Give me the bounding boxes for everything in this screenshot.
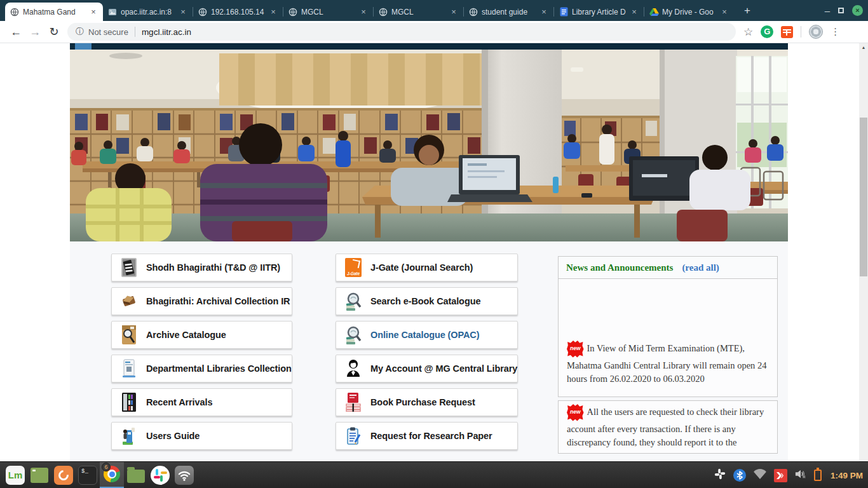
- tab-mgcl-home[interactable]: Mahatma Gand ×: [5, 3, 103, 21]
- globe-icon: [10, 7, 20, 17]
- new-badge: new: [567, 341, 584, 358]
- page-scrollbar[interactable]: ▲: [859, 43, 868, 461]
- network-tool-launcher[interactable]: [172, 462, 196, 488]
- firefox-icon: [54, 466, 73, 485]
- scrollbar-thumb[interactable]: [860, 118, 867, 276]
- firefox-launcher[interactable]: [51, 462, 76, 488]
- user-account-icon: [345, 358, 362, 379]
- link-my-account[interactable]: My Account @ MG Central Library: [336, 355, 518, 383]
- tab-student-guide[interactable]: student guide ×: [464, 3, 553, 21]
- browser-tab-strip: Mahatma Gand × opac.iitr.ac.in:8 × 192.1…: [0, 0, 868, 21]
- volume-muted-icon[interactable]: [794, 468, 807, 482]
- link-users-guide[interactable]: Users Guide: [111, 422, 292, 450]
- forward-button[interactable]: →: [25, 25, 44, 39]
- security-label: Not secure: [88, 27, 128, 37]
- link-recent-arrivals[interactable]: Recent Arrivals: [111, 388, 292, 416]
- quick-link-label: Search e-Book Catalogue: [370, 296, 480, 306]
- news-item-text: In View of Mid Term Examination (MTE), M…: [567, 343, 766, 384]
- show-desktop-icon: [31, 468, 48, 483]
- taskbar-clock[interactable]: 1:49 PM: [831, 471, 863, 480]
- tab-my-drive[interactable]: My Drive - Goo ×: [644, 3, 734, 21]
- site-nav-active-item[interactable]: [75, 43, 92, 50]
- link-jgate[interactable]: J-Gate J-Gate (Journal Search): [336, 254, 518, 281]
- slack-tray-icon[interactable]: [714, 468, 726, 483]
- wifi-tray-icon[interactable]: [753, 468, 767, 482]
- google-docs-icon: [559, 7, 569, 17]
- address-bar[interactable]: ⓘ Not secure mgcl.iitr.ac.in: [67, 23, 736, 41]
- link-archive-catalogue[interactable]: Archive Catalogue: [111, 321, 292, 349]
- image-icon: [107, 7, 118, 17]
- quick-link-label: Users Guide: [146, 431, 200, 441]
- tab-library-article[interactable]: Library Article D ×: [554, 3, 644, 21]
- tab-title: MGCL: [301, 8, 355, 17]
- close-icon[interactable]: ×: [88, 7, 98, 17]
- link-bhagirathi-archival[interactable]: Bhagirathi: Archival Collection IR: [111, 287, 292, 315]
- profile-avatar[interactable]: [809, 25, 823, 39]
- quick-link-label: J-Gate (Journal Search): [370, 262, 473, 273]
- news-item: newIn View of Mid Term Examination (MTE)…: [558, 279, 778, 397]
- browser-menu-icon[interactable]: ⋮: [831, 26, 840, 37]
- tab-title: Mahatma Gand: [23, 8, 85, 17]
- link-departmental-libraries[interactable]: Departmental Libraries Collection: [111, 355, 292, 383]
- mint-menu-button[interactable]: Lm: [3, 462, 27, 488]
- back-button[interactable]: ←: [6, 25, 25, 39]
- minimize-button[interactable]: –: [825, 8, 830, 14]
- bookshelf-icon: [121, 392, 137, 412]
- url-text[interactable]: mgcl.iitr.ac.in: [142, 27, 191, 37]
- close-icon[interactable]: ×: [539, 7, 549, 17]
- close-icon[interactable]: ×: [268, 7, 278, 17]
- link-shodh-bhagirathi[interactable]: Shodh Bhagirathi (T&D @ IITR): [111, 254, 292, 281]
- close-icon[interactable]: ×: [719, 7, 729, 17]
- quick-links-section: Shodh Bhagirathi (T&D @ IITR) Bhagirathi…: [70, 241, 788, 488]
- link-research-paper-request[interactable]: Request for Research Paper: [336, 422, 518, 450]
- show-desktop-button[interactable]: [27, 462, 51, 488]
- tab-opac[interactable]: opac.iitr.ac.in:8 ×: [103, 3, 193, 21]
- news-read-all-link[interactable]: (read all): [682, 262, 719, 273]
- taskbar-left: Lm $_ 6: [0, 462, 196, 488]
- book-search-icon: [345, 291, 362, 311]
- book-search-icon: [345, 325, 362, 345]
- tab-ip-address[interactable]: 192.168.105.14 ×: [193, 3, 283, 21]
- tab-mgcl-1[interactable]: MGCL ×: [283, 3, 373, 21]
- link-book-purchase[interactable]: Book Purchase Request: [336, 388, 518, 416]
- browser-toolbar: ← → ↻ ⓘ Not secure mgcl.iitr.ac.in ☆ G ⋮: [0, 21, 868, 43]
- scrollbar-up-arrow[interactable]: ▲: [859, 43, 868, 52]
- link-online-catalogue-opac[interactable]: Online Catalogue (OPAC): [336, 321, 518, 349]
- quick-link-label: Book Purchase Request: [370, 397, 475, 407]
- new-tab-button[interactable]: +: [739, 3, 756, 19]
- quick-links-column-middle: J-Gate J-Gate (Journal Search) Search e-…: [336, 254, 518, 456]
- slack-launcher[interactable]: [148, 462, 172, 488]
- taskbar: Lm $_ 6: [0, 461, 868, 488]
- battery-icon[interactable]: [814, 470, 822, 481]
- tab-title: Library Article D: [572, 8, 626, 17]
- files-launcher[interactable]: [124, 462, 148, 488]
- thesis-collection-icon: [121, 257, 137, 278]
- chrome-launcher[interactable]: 6: [100, 462, 124, 488]
- anydesk-icon[interactable]: [774, 469, 787, 482]
- close-icon[interactable]: ×: [449, 7, 459, 17]
- news-title: News and Announcements: [566, 262, 673, 273]
- terminal-launcher[interactable]: $_: [76, 462, 100, 488]
- tab-mgcl-2[interactable]: MGCL ×: [374, 3, 463, 21]
- link-ebook-catalogue[interactable]: Search e-Book Catalogue: [336, 287, 518, 315]
- quick-links-column-left: Shodh Bhagirathi (T&D @ IITR) Bhagirathi…: [111, 254, 292, 456]
- files-icon: [127, 470, 145, 483]
- close-icon[interactable]: ×: [178, 7, 188, 17]
- close-icon[interactable]: ×: [358, 7, 369, 17]
- news-item: newAll the users are requested to check …: [558, 400, 778, 454]
- reload-button[interactable]: ↻: [44, 25, 64, 39]
- globe-icon: [468, 7, 478, 17]
- restore-button[interactable]: [838, 8, 844, 13]
- chrome-window-count-badge: 6: [102, 463, 111, 471]
- info-icon[interactable]: ⓘ: [76, 26, 84, 37]
- bluetooth-icon[interactable]: [733, 469, 746, 482]
- bookmark-star-icon[interactable]: ☆: [743, 25, 753, 39]
- department-kiosk-icon: [121, 358, 137, 379]
- quick-link-label: Departmental Libraries Collection: [146, 363, 292, 374]
- page-content: Shodh Bhagirathi (T&D @ IITR) Bhagirathi…: [70, 43, 788, 488]
- extension-icon[interactable]: [781, 26, 793, 38]
- site-nav-bar-partial: [70, 43, 788, 50]
- window-close-button[interactable]: ×: [852, 5, 863, 16]
- close-icon[interactable]: ×: [629, 7, 639, 17]
- grammarly-extension-icon[interactable]: G: [761, 25, 773, 38]
